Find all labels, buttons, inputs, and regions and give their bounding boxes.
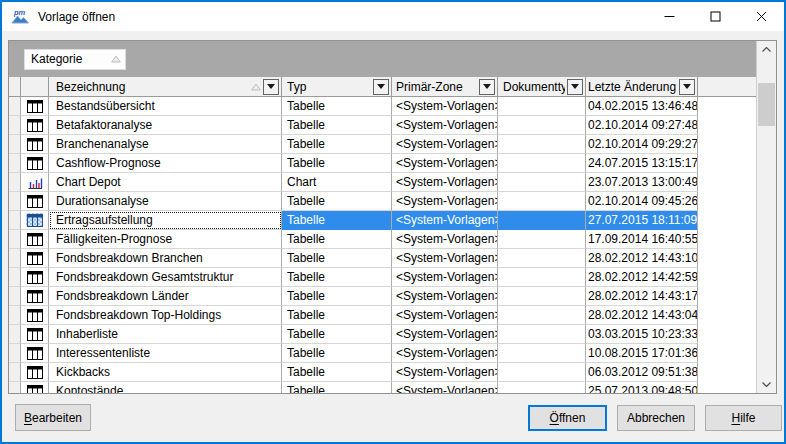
cell-primaer-zone: <System-Vorlagen> xyxy=(392,97,498,116)
table-row[interactable]: Cashflow-PrognoseTabelle<System-Vorlagen… xyxy=(9,154,756,173)
table-icon xyxy=(21,192,49,211)
cell-dokumenttyp xyxy=(498,154,586,173)
row-indent-cell xyxy=(9,154,21,173)
cell-primaer-zone: <System-Vorlagen> xyxy=(392,287,498,306)
scrollbar-thumb[interactable] xyxy=(758,83,775,126)
table-icon xyxy=(21,344,49,363)
row-indent-cell xyxy=(9,268,21,287)
abbrechen-button[interactable]: Abbrechen xyxy=(617,405,695,431)
table-row[interactable]: Fondsbreakdown BranchenTabelle<System-Vo… xyxy=(9,249,756,268)
close-button[interactable] xyxy=(738,2,784,31)
table-row[interactable]: KickbacksTabelle<System-Vorlagen>06.03.2… xyxy=(9,363,756,382)
cell-primaer-zone: <System-Vorlagen> xyxy=(392,173,498,192)
table-icon xyxy=(21,306,49,325)
cell-letzte-aenderung: 04.02.2015 13:46:48 xyxy=(586,97,698,116)
row-filler xyxy=(698,97,756,116)
column-header-bezeichnung[interactable]: Bezeichnung xyxy=(49,77,282,96)
cell-bezeichnung: Cashflow-Prognose xyxy=(49,154,282,173)
row-indent-cell xyxy=(9,135,21,154)
cell-primaer-zone: <System-Vorlagen> xyxy=(392,211,498,230)
table-row[interactable]: Chart DepotChart<System-Vorlagen>23.07.2… xyxy=(9,173,756,192)
cell-letzte-aenderung: 03.03.2015 10:23:33 xyxy=(586,325,698,344)
cell-dokumenttyp xyxy=(498,192,586,211)
cell-primaer-zone: <System-Vorlagen> xyxy=(392,363,498,382)
row-indent-cell xyxy=(9,211,21,230)
cell-letzte-aenderung: 24.07.2015 13:15:17 xyxy=(586,154,698,173)
table-icon xyxy=(21,363,49,382)
chart-icon xyxy=(21,173,49,192)
table-icon xyxy=(21,268,49,287)
cell-primaer-zone: <System-Vorlagen> xyxy=(392,230,498,249)
filter-dropdown-button[interactable] xyxy=(479,79,495,95)
column-label: Letzte Änderung xyxy=(588,80,677,94)
minimize-button[interactable] xyxy=(646,2,692,31)
filter-dropdown-button[interactable] xyxy=(567,79,583,95)
cell-primaer-zone: <System-Vorlagen> xyxy=(392,268,498,287)
cell-typ: Tabelle xyxy=(282,230,392,249)
cell-primaer-zone: <System-Vorlagen> xyxy=(392,154,498,173)
table-row[interactable]: BranchenanalyseTabelle<System-Vorlagen>0… xyxy=(9,135,756,154)
table-row[interactable]: Fondsbreakdown LänderTabelle<System-Vorl… xyxy=(9,287,756,306)
filter-dropdown-button[interactable] xyxy=(263,79,279,95)
filter-dropdown-button[interactable] xyxy=(679,79,695,95)
scroll-down-button[interactable] xyxy=(757,376,776,393)
cell-primaer-zone: <System-Vorlagen> xyxy=(392,249,498,268)
dialog-vorlage-oeffnen: pm Vorlage öffnen Kategorie xyxy=(0,0,786,444)
row-indent-cell xyxy=(9,173,21,192)
column-header-primaer-zone[interactable]: Primär-Zone xyxy=(392,77,498,96)
table-icon xyxy=(21,287,49,306)
scroll-up-button[interactable] xyxy=(757,41,776,58)
table-icon xyxy=(21,249,49,268)
table-row[interactable]: DurationsanalyseTabelle<System-Vorlagen>… xyxy=(9,192,756,211)
cell-typ: Tabelle xyxy=(282,116,392,135)
sort-ascending-icon xyxy=(111,55,121,63)
table-row[interactable]: InhaberlisteTabelle<System-Vorlagen>03.0… xyxy=(9,325,756,344)
dropdown-arrow-icon xyxy=(483,84,491,89)
column-header-typ[interactable]: Typ xyxy=(282,77,392,96)
table-row[interactable]: Fälligkeiten-PrognoseTabelle<System-Vorl… xyxy=(9,230,756,249)
vertical-scrollbar[interactable] xyxy=(756,41,776,393)
row-filler xyxy=(698,344,756,363)
column-header-dokumenttyp[interactable]: Dokumenttyp xyxy=(498,77,586,96)
row-indent-cell xyxy=(9,192,21,211)
table-icon xyxy=(21,135,49,154)
header-indent-cell xyxy=(9,77,21,96)
group-by-band: Kategorie xyxy=(9,41,756,77)
cell-typ: Tabelle xyxy=(282,97,392,116)
row-filler xyxy=(698,211,756,230)
cell-typ: Tabelle xyxy=(282,249,392,268)
table-icon xyxy=(21,116,49,135)
hilfe-button[interactable]: Hilfe xyxy=(705,405,782,431)
pm-logo-icon: pm xyxy=(10,9,30,25)
cell-primaer-zone: <System-Vorlagen> xyxy=(392,306,498,325)
cell-letzte-aenderung: 17.09.2014 16:40:55 xyxy=(586,230,698,249)
cell-dokumenttyp xyxy=(498,249,586,268)
group-field-label: Kategorie xyxy=(31,52,111,66)
cell-bezeichnung: Fondsbreakdown Länder xyxy=(49,287,282,306)
group-field-kategorie[interactable]: Kategorie xyxy=(24,49,126,70)
cell-typ: Tabelle xyxy=(282,382,392,393)
cell-dokumenttyp xyxy=(498,325,586,344)
cell-dokumenttyp xyxy=(498,173,586,192)
svg-text:pm: pm xyxy=(13,8,26,17)
row-filler xyxy=(698,192,756,211)
cell-bezeichnung: Betafaktoranalyse xyxy=(49,116,282,135)
table-row[interactable]: BetafaktoranalyseTabelle<System-Vorlagen… xyxy=(9,116,756,135)
cell-letzte-aenderung: 02.10.2014 09:29:27 xyxy=(586,135,698,154)
row-filler xyxy=(698,287,756,306)
table-icon xyxy=(21,382,49,393)
filter-dropdown-button[interactable] xyxy=(373,79,389,95)
table-row[interactable]: InteressentenlisteTabelle<System-Vorlage… xyxy=(9,344,756,363)
table-row[interactable]: Fondsbreakdown Top-HoldingsTabelle<Syste… xyxy=(9,306,756,325)
row-filler xyxy=(698,306,756,325)
table-row[interactable]: BestandsübersichtTabelle<System-Vorlagen… xyxy=(9,97,756,116)
table-row[interactable]: ErtragsaufstellungTabelle<System-Vorlage… xyxy=(9,211,756,230)
column-header-letzte-aenderung[interactable]: Letzte Änderung xyxy=(586,77,698,96)
maximize-button[interactable] xyxy=(692,2,738,31)
bearbeiten-button[interactable]: Bearbeiten xyxy=(15,404,91,431)
dropdown-arrow-icon xyxy=(267,84,275,89)
table-row[interactable]: KontoständeTabelle<System-Vorlagen>25.07… xyxy=(9,382,756,393)
table-row[interactable]: Fondsbreakdown GesamtstrukturTabelle<Sys… xyxy=(9,268,756,287)
column-label: Dokumenttyp xyxy=(503,80,565,94)
oeffnen-button[interactable]: Öffnen xyxy=(528,405,607,431)
